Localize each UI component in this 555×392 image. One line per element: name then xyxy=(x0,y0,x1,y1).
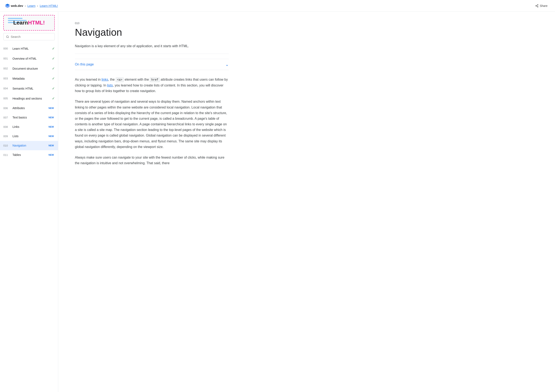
article-body: As you learned in links, the <a> element… xyxy=(75,77,229,166)
nav-label-004: Semantic HTML xyxy=(13,87,33,90)
code-a-element: <a> xyxy=(116,78,124,82)
article-number: 010 xyxy=(75,21,229,25)
search-box[interactable] xyxy=(3,33,55,40)
sidebar-item-009[interactable]: 009ListsNEW xyxy=(0,132,58,141)
lists-link[interactable]: lists xyxy=(107,84,113,87)
search-input[interactable] xyxy=(11,35,52,38)
main-layout: LearnHTML! 000Learn HTML✓001Overview of … xyxy=(0,12,555,392)
brand-name: web.dev xyxy=(11,4,23,7)
nav-check-icon-001: ✓ xyxy=(52,57,55,60)
share-icon xyxy=(535,4,539,7)
nav-item-left-006: 006Attributes xyxy=(3,107,25,110)
nav-num-010: 010 xyxy=(3,144,9,147)
nav-num-000: 000 xyxy=(3,47,9,50)
links-link[interactable]: links xyxy=(102,78,108,81)
divider-top xyxy=(75,54,229,54)
search-icon xyxy=(6,35,9,38)
nav-new-badge-011: NEW xyxy=(48,153,55,157)
breadcrumb-sep-1: › xyxy=(25,4,26,7)
nav-num-008: 008 xyxy=(3,125,9,128)
sidebar-item-007[interactable]: 007Text basicsNEW xyxy=(0,113,58,122)
logo-deco-line-1 xyxy=(8,18,22,19)
brand-logo[interactable]: web.dev xyxy=(5,3,23,8)
nav-label-006: Attributes xyxy=(13,107,25,110)
nav-num-007: 007 xyxy=(3,116,9,119)
nav-item-left-008: 008Links xyxy=(3,125,19,128)
nav-label-009: Lists xyxy=(13,135,19,138)
nav-check-icon-000: ✓ xyxy=(52,47,55,50)
nav-num-002: 002 xyxy=(3,67,9,70)
code-href-attr: href xyxy=(150,78,160,82)
nav-item-left-010: 010Navigation xyxy=(3,144,26,147)
sidebar: LearnHTML! 000Learn HTML✓001Overview of … xyxy=(0,12,58,392)
top-nav: web.dev › Learn › Learn HTML! Share xyxy=(0,0,555,12)
nav-label-007: Text basics xyxy=(13,116,27,119)
nav-item-left-000: 000Learn HTML xyxy=(3,47,29,50)
nav-check-icon-004: ✓ xyxy=(52,86,55,90)
sidebar-item-000[interactable]: 000Learn HTML✓ xyxy=(0,44,58,54)
on-this-page-label: On this page xyxy=(75,63,94,66)
sidebar-learn-text: Learn xyxy=(13,20,28,26)
breadcrumb-html[interactable]: Learn HTML! xyxy=(40,4,58,7)
nav-num-006: 006 xyxy=(3,107,9,110)
article-paragraph-1: As you learned in links, the <a> element… xyxy=(75,77,229,94)
nav-num-003: 003 xyxy=(3,77,9,80)
nav-item-left-002: 002Document structure xyxy=(3,67,38,70)
article-title: Navigation xyxy=(75,26,229,38)
svg-point-3 xyxy=(536,5,536,6)
breadcrumb: web.dev › Learn › Learn HTML! xyxy=(5,3,58,8)
breadcrumb-area: web.dev › Learn › Learn HTML! xyxy=(5,3,58,8)
nav-label-001: Overview of HTML xyxy=(13,57,37,60)
main-content: 010 Navigation Navigation is a key eleme… xyxy=(58,12,245,392)
webdev-icon xyxy=(5,3,10,8)
share-button[interactable]: Share xyxy=(533,2,550,9)
nav-item-left-001: 001Overview of HTML xyxy=(3,57,37,60)
nav-num-011: 011 xyxy=(3,153,9,157)
svg-point-7 xyxy=(7,36,8,38)
nav-new-badge-009: NEW xyxy=(48,135,55,138)
nav-item-left-007: 007Text basics xyxy=(3,116,27,119)
svg-point-2 xyxy=(537,4,538,5)
breadcrumb-learn[interactable]: Learn xyxy=(28,4,35,7)
svg-line-6 xyxy=(536,5,537,6)
nav-num-005: 005 xyxy=(3,97,9,100)
nav-check-icon-003: ✓ xyxy=(52,77,55,80)
nav-new-badge-006: NEW xyxy=(48,107,55,110)
sidebar-nav: 000Learn HTML✓001Overview of HTML✓002Doc… xyxy=(0,44,58,392)
sidebar-item-005[interactable]: 005Headings and sections✓ xyxy=(0,93,58,104)
svg-line-5 xyxy=(536,6,537,7)
nav-item-left-003: 003Metadata xyxy=(3,77,25,80)
nav-check-icon-002: ✓ xyxy=(52,66,55,71)
nav-label-002: Document structure xyxy=(13,67,38,70)
nav-label-010: Navigation xyxy=(13,144,26,147)
share-label: Share xyxy=(540,4,548,7)
sidebar-item-001[interactable]: 001Overview of HTML✓ xyxy=(0,54,58,64)
chevron-down-icon: ⌄ xyxy=(225,62,229,67)
on-this-page-toggle[interactable]: On this page ⌄ xyxy=(75,59,229,70)
sidebar-logo-area: LearnHTML! xyxy=(3,15,55,31)
nav-label-000: Learn HTML xyxy=(13,47,29,50)
nav-new-badge-007: NEW xyxy=(48,116,55,119)
sidebar-item-006[interactable]: 006AttributesNEW xyxy=(0,104,58,113)
nav-num-004: 004 xyxy=(3,87,9,90)
article-description: Navigation is a key element of any site … xyxy=(75,43,229,49)
nav-label-003: Metadata xyxy=(13,77,25,80)
breadcrumb-sep-2: › xyxy=(37,4,38,7)
article-paragraph-3: Always make sure users can navigate to y… xyxy=(75,155,229,166)
nav-new-badge-010: NEW xyxy=(48,144,55,147)
sidebar-header: LearnHTML! xyxy=(0,12,58,44)
sidebar-item-011[interactable]: 011TablesNEW xyxy=(0,150,58,160)
sidebar-item-008[interactable]: 008LinksNEW xyxy=(0,122,58,132)
sidebar-html-text: HTML! xyxy=(28,20,45,26)
sidebar-item-003[interactable]: 003Metadata✓ xyxy=(0,74,58,84)
svg-point-4 xyxy=(537,6,538,7)
sidebar-item-010[interactable]: 010NavigationNEW xyxy=(0,141,58,150)
nav-num-009: 009 xyxy=(3,135,9,138)
nav-check-icon-005: ✓ xyxy=(52,96,55,100)
nav-item-left-005: 005Headings and sections xyxy=(3,97,42,100)
sidebar-logo-title: LearnHTML! xyxy=(13,20,45,26)
nav-new-badge-008: NEW xyxy=(48,125,55,128)
sidebar-item-004[interactable]: 004Semantic HTML✓ xyxy=(0,84,58,93)
sidebar-item-002[interactable]: 002Document structure✓ xyxy=(0,64,58,74)
nav-label-008: Links xyxy=(13,125,19,128)
